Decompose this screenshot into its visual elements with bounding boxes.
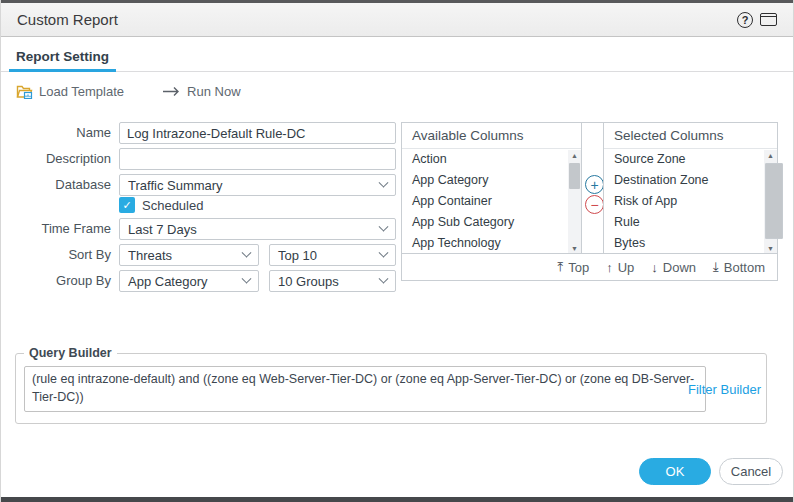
database-label: Database — [1, 174, 111, 196]
group-by-row: Group By App Category 10 Groups — [1, 270, 401, 292]
arrow-up-icon: ↑ — [606, 260, 613, 275]
run-now-icon — [162, 86, 181, 97]
group-by-label: Group By — [1, 270, 111, 292]
selected-column-item[interactable]: Rule — [604, 212, 777, 233]
available-columns-panel: Available Columns Action App Category Ap… — [402, 123, 582, 254]
time-frame-label: Time Frame — [1, 218, 111, 240]
selected-scrollbar[interactable]: ▲ ▼ — [764, 150, 777, 254]
sort-by-value: Threats — [128, 248, 172, 263]
move-bottom-button[interactable]: ⤓ Bottom — [713, 259, 765, 275]
description-row: Description — [1, 148, 401, 170]
sort-by-select[interactable]: Threats — [119, 244, 259, 266]
window-icon[interactable] — [760, 13, 777, 26]
check-icon: ✓ — [122, 199, 131, 211]
time-frame-value: Last 7 Days — [128, 222, 197, 237]
sort-by-row: Sort By Threats Top 10 — [1, 244, 401, 266]
selected-column-item[interactable]: Source Zone — [604, 149, 777, 170]
arrow-to-top-icon: ⤒ — [557, 259, 563, 275]
add-column-button[interactable]: + — [585, 175, 604, 194]
ok-button[interactable]: OK — [639, 458, 711, 485]
scrollbar-thumb[interactable] — [569, 163, 580, 189]
available-column-item[interactable]: Action — [402, 149, 581, 170]
column-move-toolbar: ⤒ Top ↑ Up ↓ Down ⤓ Bottom — [402, 253, 777, 280]
group-by-value: App Category — [128, 274, 208, 289]
run-now-label: Run Now — [187, 84, 240, 99]
description-input[interactable] — [119, 148, 396, 170]
scheduled-checkbox[interactable]: ✓ — [119, 197, 135, 213]
dialog-title: Custom Report — [17, 11, 118, 28]
minus-icon: − — [590, 197, 598, 213]
arrow-down-icon: ↓ — [651, 260, 658, 275]
name-label: Name — [1, 122, 111, 144]
move-down-label: Down — [663, 260, 696, 275]
help-glyph: ? — [742, 14, 749, 26]
run-now-button[interactable]: Run Now — [162, 84, 240, 99]
column-picker: Available Columns Action App Category Ap… — [401, 122, 778, 281]
tab-bar: Report Setting — [1, 45, 793, 72]
database-row: Database Traffic Summary — [1, 174, 401, 196]
scheduled-row: ✓ Scheduled — [1, 197, 401, 214]
name-input[interactable] — [119, 122, 396, 144]
chevron-down-icon — [242, 273, 252, 283]
available-column-item[interactable]: App Container — [402, 191, 581, 212]
scheduled-label: Scheduled — [142, 197, 203, 214]
selected-column-item[interactable]: Destination Zone — [604, 170, 777, 191]
chevron-down-icon — [379, 273, 389, 283]
group-limit-value: 10 Groups — [278, 274, 339, 289]
group-by-select[interactable]: App Category — [119, 270, 259, 292]
group-limit-select[interactable]: 10 Groups — [269, 270, 396, 292]
titlebar-icons: ? — [737, 12, 777, 28]
move-top-label: Top — [568, 260, 589, 275]
description-label: Description — [1, 148, 111, 170]
available-column-item[interactable]: App Category — [402, 170, 581, 191]
chevron-down-icon — [379, 247, 389, 257]
scroll-up-icon[interactable]: ▲ — [568, 150, 581, 161]
available-column-item[interactable]: App Sub Category — [402, 212, 581, 233]
plus-icon: + — [590, 177, 598, 193]
available-column-item[interactable]: App Technology — [402, 233, 581, 254]
chevron-down-icon — [242, 247, 252, 257]
query-builder-body: (rule eq intrazone-default) and ((zone e… — [16, 360, 766, 423]
load-template-label: Load Template — [39, 84, 124, 99]
arrow-to-bottom-icon: ⤓ — [713, 259, 719, 275]
query-input[interactable]: (rule eq intrazone-default) and ((zone e… — [24, 366, 706, 412]
name-row: Name — [1, 122, 401, 144]
time-frame-row: Time Frame Last 7 Days — [1, 218, 401, 240]
selected-column-item[interactable]: Bytes — [604, 233, 777, 254]
move-bottom-label: Bottom — [724, 260, 765, 275]
move-top-button[interactable]: ⤒ Top — [557, 259, 589, 275]
database-select[interactable]: Traffic Summary — [119, 174, 396, 196]
move-up-button[interactable]: ↑ Up — [606, 260, 634, 275]
chevron-down-icon — [379, 177, 389, 187]
window-bottom-edge — [1, 497, 793, 502]
query-builder-section: Query Builder (rule eq intrazone-default… — [15, 346, 767, 424]
time-frame-select[interactable]: Last 7 Days — [119, 218, 396, 240]
available-columns-header: Available Columns — [402, 123, 581, 149]
filter-builder-link[interactable]: Filter Builder — [688, 382, 761, 397]
help-icon[interactable]: ? — [737, 12, 753, 28]
move-down-button[interactable]: ↓ Down — [651, 260, 696, 275]
tab-report-setting[interactable]: Report Setting — [9, 45, 116, 72]
selected-column-item[interactable]: Risk of App — [604, 191, 777, 212]
chevron-down-icon — [379, 221, 389, 231]
available-scrollbar[interactable]: ▲ ▼ — [568, 150, 581, 254]
custom-report-dialog: Custom Report ? Report Setting Load Temp… — [0, 0, 794, 502]
remove-column-button[interactable]: − — [585, 195, 604, 214]
toolbar: Load Template Run Now — [1, 78, 241, 104]
selected-columns-panel: Selected Columns Source Zone Destination… — [603, 123, 777, 254]
selected-columns-header: Selected Columns — [604, 123, 777, 149]
query-builder-legend: Query Builder — [24, 346, 117, 360]
load-template-icon — [16, 84, 33, 99]
scroll-up-icon[interactable]: ▲ — [764, 150, 777, 161]
load-template-button[interactable]: Load Template — [16, 84, 124, 99]
sort-by-label: Sort By — [1, 244, 111, 266]
database-value: Traffic Summary — [128, 178, 223, 193]
dialog-titlebar: Custom Report ? — [1, 3, 793, 37]
sort-limit-select[interactable]: Top 10 — [269, 244, 396, 266]
sort-limit-value: Top 10 — [278, 248, 317, 263]
scrollbar-thumb[interactable] — [765, 163, 783, 239]
cancel-button[interactable]: Cancel — [719, 458, 783, 485]
window-icon-bar — [761, 14, 776, 17]
move-up-label: Up — [618, 260, 635, 275]
